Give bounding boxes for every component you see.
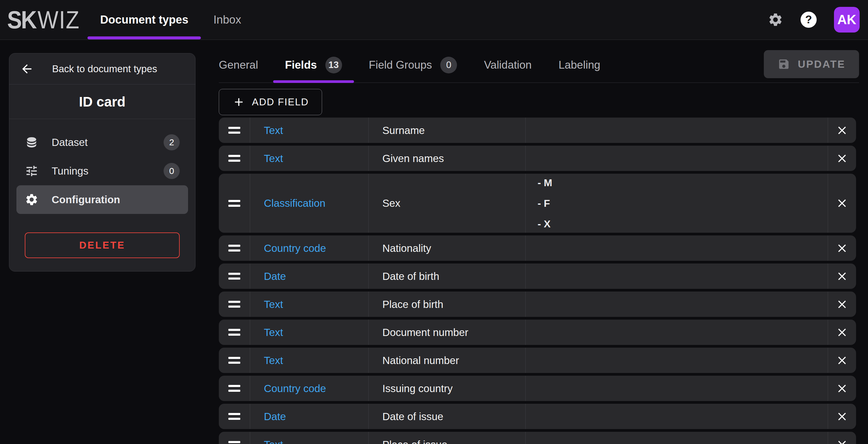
field-type-cell[interactable]: Date [250, 404, 368, 429]
drag-handle-bar [228, 205, 240, 207]
tab-general[interactable]: General [219, 48, 258, 82]
help-button[interactable]: ? [801, 12, 817, 28]
drag-handle-bar [228, 441, 240, 443]
field-option: - F [537, 197, 550, 209]
field-type: Country code [264, 383, 326, 394]
field-type-cell[interactable]: Country code [250, 235, 368, 261]
remove-field-button[interactable] [828, 118, 856, 143]
field-type-cell[interactable]: Text [250, 146, 368, 171]
avatar[interactable]: AK [834, 7, 860, 33]
field-type-cell[interactable]: Text [250, 118, 368, 143]
settings-button[interactable] [768, 12, 783, 27]
drag-handle-bar [228, 306, 240, 308]
drag-handle[interactable] [219, 174, 250, 233]
remove-field-button[interactable] [828, 174, 856, 233]
tab-field-groups[interactable]: Field Groups 0 [369, 48, 457, 82]
skwiz-logo: SK WIZ [7, 5, 80, 34]
tab-label: Fields [285, 59, 317, 71]
remove-field-button[interactable] [828, 235, 856, 261]
drag-handle-bar [228, 418, 240, 420]
drag-handle[interactable] [219, 235, 250, 261]
nav-tab-inbox[interactable]: Inbox [201, 0, 254, 39]
drag-handle-bar [228, 245, 240, 247]
sidebar-item-label: Dataset [52, 136, 88, 148]
tab-fields[interactable]: Fields 13 [285, 48, 342, 82]
back-button[interactable]: Back to document types [9, 54, 195, 85]
field-type-cell[interactable]: Text [250, 432, 368, 444]
drag-handle[interactable] [219, 118, 250, 143]
delete-button[interactable]: DELETE [25, 232, 180, 258]
nav-tab-document-types[interactable]: Document types [88, 0, 201, 39]
update-label: UPDATE [798, 58, 845, 70]
field-row: Text Given names [219, 146, 856, 171]
field-options-cell [525, 320, 828, 345]
field-options-cell [525, 263, 828, 289]
tab-label: Field Groups [369, 59, 432, 71]
drag-handle-bar [228, 334, 240, 336]
field-label-cell[interactable]: Surname [368, 118, 525, 143]
field-type-cell[interactable]: Text [250, 291, 368, 317]
drag-handle[interactable] [219, 432, 250, 444]
drag-handle[interactable] [219, 404, 250, 429]
field-label: Date of issue [382, 411, 443, 422]
field-row: Text National number [219, 348, 856, 373]
field-type-cell[interactable]: Country code [250, 376, 368, 401]
avatar-initials: AK [837, 12, 856, 27]
help-icon: ? [805, 13, 812, 26]
remove-field-button[interactable] [828, 404, 856, 429]
remove-field-button[interactable] [828, 348, 856, 373]
remove-field-button[interactable] [828, 432, 856, 444]
field-label-cell[interactable]: Given names [368, 146, 525, 171]
sidebar-item-dataset[interactable]: Dataset 2 [17, 128, 188, 157]
field-label-cell[interactable]: Sex [368, 174, 525, 233]
content: General Fields 13 Field Groups 0 Validat… [219, 48, 859, 444]
close-icon [835, 382, 848, 395]
field-type-cell[interactable]: Text [250, 320, 368, 345]
field-label-cell[interactable]: Place of birth [368, 291, 525, 317]
field-label-cell[interactable]: National number [368, 348, 525, 373]
field-type-cell[interactable]: Text [250, 348, 368, 373]
field-type-cell[interactable]: Classification [250, 174, 368, 233]
remove-field-button[interactable] [828, 291, 856, 317]
tab-labeling[interactable]: Labeling [558, 48, 600, 82]
back-label: Back to document types [34, 63, 184, 74]
sidebar-item-label: Tunings [52, 165, 88, 177]
field-label-cell[interactable]: Place of issue [368, 432, 525, 444]
logo-light: WIZ [38, 5, 80, 34]
drag-handle[interactable] [219, 263, 250, 289]
close-icon [835, 354, 848, 367]
field-label-cell[interactable]: Nationality [368, 235, 525, 261]
drag-handle[interactable] [219, 291, 250, 317]
sidebar-item-configuration[interactable]: Configuration [17, 185, 188, 214]
close-icon [835, 152, 848, 165]
field-label-cell[interactable]: Date of issue [368, 404, 525, 429]
add-field-button[interactable]: ADD FIELD [219, 89, 322, 115]
field-label: Issuing country [382, 383, 453, 394]
field-label-cell[interactable]: Date of birth [368, 263, 525, 289]
remove-field-button[interactable] [828, 146, 856, 171]
remove-field-button[interactable] [828, 320, 856, 345]
field-label-cell[interactable]: Document number [368, 320, 525, 345]
remove-field-button[interactable] [828, 263, 856, 289]
field-row: Text Place of birth [219, 291, 856, 317]
remove-field-button[interactable] [828, 376, 856, 401]
field-options-cell [525, 118, 828, 143]
tab-label: Labeling [558, 59, 600, 71]
field-label-cell[interactable]: Issuing country [368, 376, 525, 401]
field-label: Place of birth [382, 298, 443, 310]
drag-handle-bar [228, 155, 240, 157]
tab-validation[interactable]: Validation [484, 48, 532, 82]
drag-handle[interactable] [219, 376, 250, 401]
drag-handle[interactable] [219, 320, 250, 345]
sidebar-item-tunings[interactable]: Tunings 0 [17, 157, 188, 185]
drag-handle[interactable] [219, 348, 250, 373]
update-button[interactable]: UPDATE [764, 50, 859, 78]
field-type-cell[interactable]: Date [250, 263, 368, 289]
field-options-cell: - M- F- X [525, 174, 828, 233]
drag-handle[interactable] [219, 146, 250, 171]
topbar-actions: ? AK [768, 7, 860, 33]
field-label: National number [382, 354, 459, 367]
field-row: Country code Nationality [219, 235, 856, 261]
field-row: Classification Sex - M- F- X [219, 174, 856, 233]
database-icon [25, 135, 38, 149]
